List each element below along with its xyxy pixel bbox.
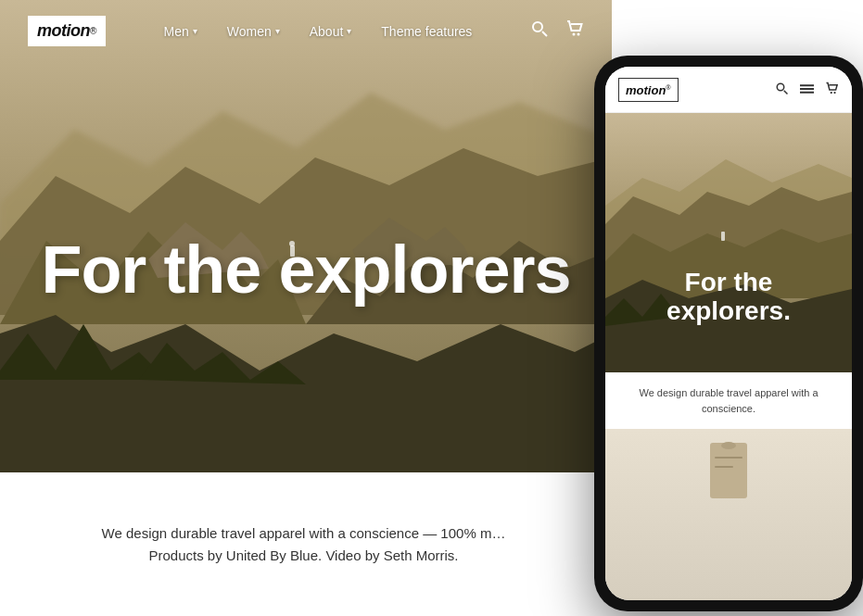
phone-site-header: motion®: [605, 67, 852, 113]
hero-title: For the explorers: [0, 235, 612, 306]
description-text: We design durable travel apparel with a …: [102, 522, 506, 567]
nav-item-women[interactable]: Women ▾: [227, 24, 280, 39]
product-image-placeholder: [701, 438, 756, 512]
nav-label-men: Men: [164, 24, 189, 39]
phone-hero-title: For theexplorers.: [605, 269, 852, 326]
svg-point-12: [533, 22, 542, 31]
phone-description-text: We design durable travel apparel with a …: [616, 385, 841, 416]
chevron-down-icon: ▾: [347, 26, 351, 36]
nav-item-theme-features[interactable]: Theme features: [381, 24, 472, 39]
svg-rect-30: [710, 443, 747, 498]
site-header: motion® Men ▾ Women ▾ About ▾ Theme feat…: [0, 0, 612, 62]
svg-rect-32: [715, 457, 742, 459]
phone-hero-section: For theexplorers.: [605, 113, 852, 372]
phone-mockup: motion®: [594, 56, 863, 611]
phone-cart-button[interactable]: [825, 82, 839, 98]
phone-logo[interactable]: motion®: [618, 78, 679, 102]
svg-line-17: [784, 90, 788, 94]
phone-logo-text: motion®: [626, 83, 671, 97]
svg-line-13: [542, 31, 547, 36]
nav-item-men[interactable]: Men ▾: [164, 24, 197, 39]
hero-section: motion® Men ▾ Women ▾ About ▾ Theme feat…: [0, 0, 612, 472]
phone-screen: motion®: [605, 67, 852, 600]
logo-trademark: ®: [90, 26, 96, 36]
logo[interactable]: motion®: [28, 16, 106, 46]
svg-point-21: [831, 91, 832, 93]
phone-product-area: [605, 429, 852, 600]
svg-point-31: [721, 442, 736, 449]
svg-point-22: [833, 91, 835, 93]
phone-description: We design durable travel apparel with a …: [605, 372, 852, 429]
svg-rect-29: [721, 232, 725, 241]
svg-rect-33: [715, 466, 733, 468]
phone-search-button[interactable]: [775, 82, 789, 98]
nav-label-women: Women: [227, 24, 272, 39]
description-section: We design durable travel apparel with a …: [0, 472, 607, 616]
nav-label-about: About: [310, 24, 344, 39]
chevron-down-icon: ▾: [275, 26, 280, 36]
phone-menu-button[interactable]: [800, 82, 814, 97]
svg-point-15: [577, 33, 580, 36]
header-actions: [530, 19, 584, 43]
nav-label-theme-features: Theme features: [381, 24, 472, 39]
svg-point-14: [573, 33, 576, 36]
search-button[interactable]: [530, 19, 549, 43]
svg-point-16: [777, 83, 784, 91]
cart-button[interactable]: [565, 19, 584, 43]
phone-outer-frame: motion®: [594, 56, 863, 611]
main-nav: Men ▾ Women ▾ About ▾ Theme features: [164, 24, 473, 39]
chevron-down-icon: ▾: [193, 26, 197, 36]
phone-header-icons: [775, 82, 839, 98]
nav-item-about[interactable]: About ▾: [310, 24, 352, 39]
logo-text: motion: [37, 21, 90, 41]
